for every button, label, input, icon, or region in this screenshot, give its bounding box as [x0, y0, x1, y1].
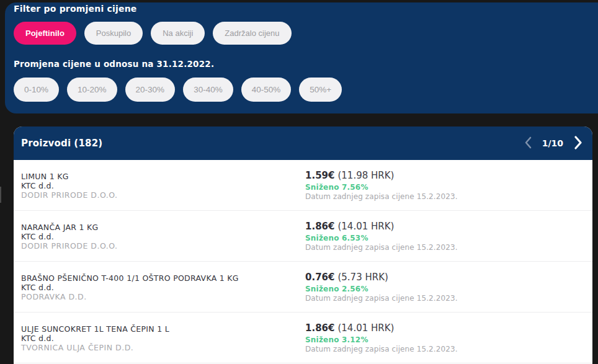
product-name: LIMUN 1 KG [21, 172, 69, 181]
range-chip-40-50[interactable]: 40-50% [241, 78, 292, 102]
price-eur: 0.76€ [305, 272, 334, 283]
price-record-date: Datum zadnjeg zapisa cijene 15.2.2023. [305, 192, 458, 201]
range-chip-30-40[interactable]: 30-40% [183, 78, 233, 102]
percentage-range-chip-row: 0-10% 10-20% 20-30% 30-40% 40-50% 50%+ [14, 78, 342, 102]
product-retailer: KTC d.d. [21, 334, 54, 343]
price-hrk: (14.01 HRK) [337, 322, 394, 334]
product-retailer: KTC d.d. [21, 232, 54, 241]
page-indicator: 1/10 [542, 138, 563, 148]
range-chip-20-30[interactable]: 20-30% [125, 78, 176, 102]
product-price: 0.76€(5.73 HRK) [305, 272, 388, 283]
filter-chip-zadrzalo-cijenu[interactable]: Zadržalo cijenu [213, 22, 291, 45]
product-producer: DODIR PRIRODE D.O.O. [21, 190, 118, 200]
product-retailer: KTC d.d. [21, 283, 54, 292]
change-type-chip-row: Pojeftinilo Poskupilo Na akciji Zadržalo… [14, 22, 292, 45]
filter-section-title: Filter po promjeni cijene [14, 4, 137, 14]
price-eur: 1.59€ [305, 170, 334, 181]
price-change-reference-label: Promjena cijene u odnosu na 31.12.2022. [14, 59, 214, 69]
product-producer: PODRAVKA D.D. [21, 292, 87, 301]
product-retailer: KTC d.d. [21, 181, 54, 190]
chevron-right-icon [573, 136, 582, 151]
filter-chip-poskupilo[interactable]: Poskupilo [84, 22, 143, 45]
next-page-button[interactable] [572, 135, 584, 153]
range-chip-50-plus[interactable]: 50%+ [299, 78, 342, 102]
pagination: 1/10 [523, 135, 584, 153]
product-row[interactable]: NARANČA JAR 1 KG KTC d.d. DODIR PRIRODE … [14, 211, 592, 262]
product-name: BRAŠNO PŠENIČNO T-400 1/1 OŠTRO PODRAVKA… [21, 273, 239, 283]
discount-badge: Sniženo 6.53% [305, 234, 368, 242]
price-record-date: Datum zadnjeg zapisa cijene 15.2.2023. [305, 243, 458, 252]
price-change-filter-panel: Filter po promjeni cijene Pojeftinilo Po… [5, 2, 598, 113]
products-header: Proizvodi(182) 1/10 [14, 127, 592, 160]
product-price: 1.59€(11.98 HRK) [305, 170, 394, 181]
price-eur: 1.86€ [305, 322, 334, 334]
filter-chip-na-akciji[interactable]: Na akciji [151, 22, 205, 45]
product-row[interactable]: BRAŠNO PŠENIČNO T-400 1/1 OŠTRO PODRAVKA… [14, 262, 592, 313]
filter-chip-pojeftinilo[interactable]: Pojeftinilo [14, 22, 76, 45]
product-row[interactable]: LIMUN 1 KG KTC d.d. DODIR PRIRODE D.O.O.… [14, 160, 592, 211]
products-title: Proizvodi(182) [21, 138, 102, 149]
product-price: 1.86€(14.01 HRK) [305, 221, 394, 232]
price-hrk: (5.73 HRK) [337, 272, 388, 283]
product-row[interactable]: ULJE SUNCOKRET 1L TENA ČEPIN 1 L KTC d.d… [14, 313, 592, 363]
products-count-badge: (182) [74, 138, 102, 149]
discount-badge: Sniženo 3.12% [305, 335, 368, 344]
product-producer: DODIR PRIRODE D.O.O. [21, 241, 118, 251]
previous-page-button[interactable] [523, 135, 533, 152]
price-hrk: (11.98 HRK) [337, 170, 394, 181]
price-eur: 1.86€ [305, 221, 334, 232]
product-producer: TVORNICA ULJA ČEPIN D.D. [21, 343, 133, 352]
chevron-left-icon [524, 136, 532, 151]
range-chip-0-10[interactable]: 0-10% [14, 78, 59, 102]
price-record-date: Datum zadnjeg zapisa cijene 15.2.2023. [305, 345, 458, 353]
product-name: NARANČA JAR 1 KG [21, 223, 99, 232]
discount-badge: Sniženo 7.56% [305, 183, 368, 192]
range-chip-10-20[interactable]: 10-20% [67, 78, 117, 102]
discount-badge: Sniženo 2.56% [305, 285, 368, 293]
product-name: ULJE SUNCOKRET 1L TENA ČEPIN 1 L [21, 324, 169, 334]
products-card: Proizvodi(182) 1/10 LIMUN 1 KG KTC d.d. … [14, 127, 592, 364]
price-record-date: Datum zadnjeg zapisa cijene 15.2.2023. [305, 294, 458, 303]
left-edge-artifact [0, 187, 1, 203]
product-price: 1.86€(14.01 HRK) [305, 322, 394, 334]
price-hrk: (14.01 HRK) [337, 221, 394, 232]
products-title-text: Proizvodi [21, 138, 71, 149]
